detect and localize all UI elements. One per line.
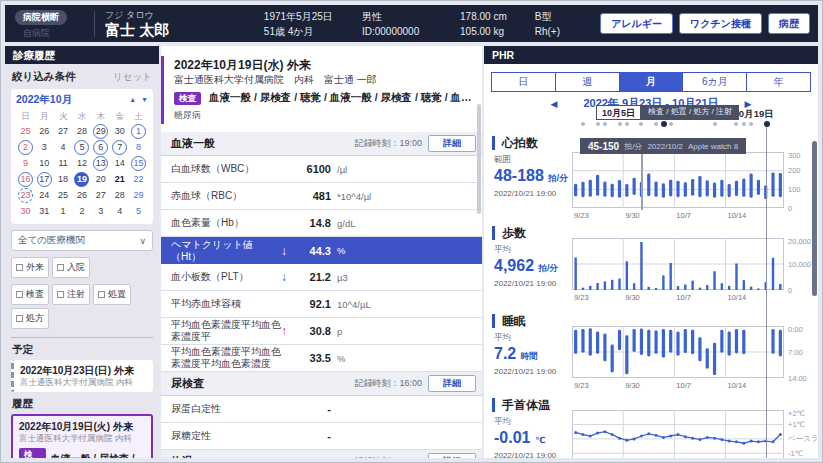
calendar-day[interactable]: 6: [93, 140, 108, 155]
calendar-day[interactable]: 2: [18, 140, 33, 155]
event-dot[interactable]: [713, 122, 717, 126]
calendar-day[interactable]: 3: [37, 140, 52, 155]
calendar-day[interactable]: 29: [131, 188, 146, 203]
calendar-day[interactable]: 29: [93, 124, 108, 139]
detail-button[interactable]: 詳細: [428, 375, 476, 392]
calendar-day[interactable]: 25: [56, 188, 71, 203]
filter-checkbox-検査[interactable]: 検査: [11, 284, 49, 305]
event-dot[interactable]: [764, 121, 770, 127]
sleep-chart[interactable]: 0:007:0014:009/239/3010/710/14: [572, 326, 818, 392]
phr-scrollbar[interactable]: [812, 141, 817, 296]
result-value: 44.3: [291, 245, 331, 257]
detail-button[interactable]: 詳細: [428, 135, 476, 152]
phr-tab-週[interactable]: 週: [556, 73, 620, 91]
calendar-day[interactable]: 19: [74, 172, 89, 187]
detail-button[interactable]: 詳細: [428, 453, 476, 458]
header-button-1[interactable]: ワクチン接種: [679, 13, 762, 34]
steps-timestamp: 2022/10/21 19:00: [494, 279, 570, 288]
filter-checkbox-外来[interactable]: 外来: [11, 257, 49, 278]
calendar-day[interactable]: 30: [112, 124, 127, 139]
calendar-day[interactable]: 31: [37, 204, 52, 219]
calendar-day[interactable]: 25: [18, 124, 33, 139]
header-button-0[interactable]: アレルギー: [600, 13, 673, 34]
event-dot[interactable]: [734, 122, 738, 126]
heart-rate-chart[interactable]: 30020010009/239/3010/710/14: [572, 152, 818, 222]
calendar-day[interactable]: 28: [112, 188, 127, 203]
filter-checkbox-処置[interactable]: 処置: [93, 284, 131, 305]
phr-section-heart-rate: 心拍数 範囲 48-188 拍/分 2022/10/21 19:00 45-15…: [484, 136, 818, 226]
calendar-day[interactable]: 18: [56, 172, 71, 187]
calendar-day[interactable]: 13: [93, 156, 108, 171]
calendar-day[interactable]: 14: [112, 156, 127, 171]
calendar-day[interactable]: 1: [131, 124, 146, 139]
calendar-day[interactable]: 2: [74, 204, 89, 219]
visit-sections: 血液一般記録時刻：19:00詳細白血球数（WBC）6100/µl赤血球（RBC）…: [161, 132, 482, 458]
tab-cross-hospital[interactable]: 病院横断: [15, 10, 67, 25]
event-dot[interactable]: [625, 122, 629, 126]
event-dot[interactable]: [639, 122, 643, 126]
calendar-day[interactable]: 7: [112, 140, 127, 155]
wrist-temp-chart[interactable]: +2℃+1℃ベースライン-1℃9/239/3010/710/14: [572, 410, 818, 458]
calendar-day[interactable]: 16: [18, 172, 33, 187]
calendar-day[interactable]: 5: [131, 204, 146, 219]
schedule-card[interactable]: 2022年10月23日(日) 外来富士通医科大学付属病院 内科: [11, 360, 153, 392]
tab-own-hospital[interactable]: 自病院: [15, 25, 84, 42]
reset-link[interactable]: リセット: [113, 71, 152, 84]
calendar-day[interactable]: 21: [112, 172, 127, 187]
calendar-day[interactable]: 26: [37, 124, 52, 139]
calendar-day[interactable]: 10: [37, 156, 52, 171]
event-dot[interactable]: [669, 122, 673, 126]
calendar-day[interactable]: 4: [112, 204, 127, 219]
event-dot[interactable]: [661, 121, 667, 127]
event-dot[interactable]: [603, 122, 607, 126]
cursor-line[interactable]: [766, 127, 767, 458]
calendar-day[interactable]: 5: [74, 140, 89, 155]
event-dot[interactable]: [581, 122, 585, 126]
filter-checkbox-入院[interactable]: 入院: [52, 257, 90, 278]
calendar-day[interactable]: 20: [93, 172, 108, 187]
calendar-day[interactable]: 17: [37, 172, 52, 187]
calendar-day[interactable]: 4: [56, 140, 71, 155]
event-dot[interactable]: [742, 122, 746, 126]
calendar-day[interactable]: 28: [74, 124, 89, 139]
calendar-day[interactable]: 23: [18, 188, 33, 203]
event-dot[interactable]: [618, 122, 622, 126]
phr-tab-6カ月[interactable]: 6カ月: [683, 73, 747, 91]
steps-value: 4,962: [494, 257, 534, 274]
card-badge: 検査: [19, 448, 46, 458]
calendar-day[interactable]: 11: [56, 156, 71, 171]
filter-checkbox-注射[interactable]: 注射: [52, 284, 90, 305]
phr-tab-年[interactable]: 年: [747, 73, 810, 91]
facility-dropdown[interactable]: 全ての医療機関 ∨: [11, 230, 153, 251]
calendar-prev-icon[interactable]: ▲: [129, 95, 136, 105]
history-card[interactable]: 2022年10月19日(火) 外来富士通医科大学付属病院 内科検査血液一般 / …: [11, 414, 153, 458]
calendar-day[interactable]: 30: [18, 204, 33, 219]
calendar-day[interactable]: 9: [18, 156, 33, 171]
filter-checkbox-処方[interactable]: 処方: [11, 308, 49, 329]
svg-text:10/7: 10/7: [676, 293, 691, 302]
calendar-day[interactable]: 27: [56, 124, 71, 139]
calendar-day[interactable]: 8: [131, 140, 146, 155]
event-dot[interactable]: [654, 122, 658, 126]
calendar-day[interactable]: 27: [93, 188, 108, 203]
result-unit: *10^4/µl: [337, 191, 371, 202]
svg-text:10/14: 10/14: [728, 211, 747, 220]
event-dot[interactable]: [749, 122, 753, 126]
calendar-day[interactable]: 26: [74, 188, 89, 203]
calendar-next-icon[interactable]: ▼: [141, 95, 148, 105]
phr-tab-日[interactable]: 日: [492, 73, 556, 91]
middle-scrollbar[interactable]: [477, 104, 481, 214]
calendar-day[interactable]: 1: [56, 204, 71, 219]
header-button-2[interactable]: 病歴: [768, 13, 810, 34]
card-date: 2022年10月23日(日) 外来: [20, 364, 147, 377]
calendar-day[interactable]: 22: [131, 172, 146, 187]
event-dot[interactable]: [596, 122, 600, 126]
calendar-day[interactable]: 3: [93, 204, 108, 219]
calendar-day[interactable]: 24: [37, 188, 52, 203]
calendar-day[interactable]: 15: [131, 156, 146, 171]
date-range-prev-icon[interactable]: ◀: [551, 99, 558, 109]
calendar-day[interactable]: 12: [74, 156, 89, 171]
steps-chart[interactable]: 20,00010,00009/239/3010/710/14: [572, 238, 818, 304]
date-range-next-icon[interactable]: ▶: [745, 99, 752, 109]
phr-tab-月[interactable]: 月: [620, 73, 684, 91]
